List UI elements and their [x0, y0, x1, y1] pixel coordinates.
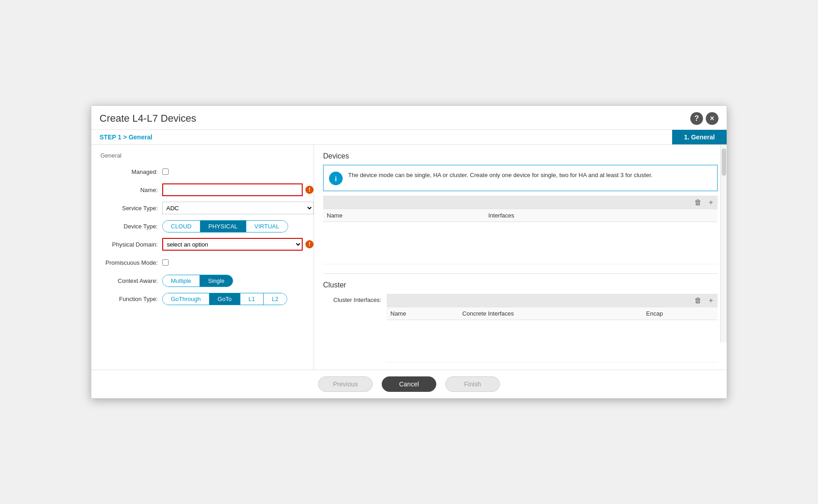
scrollbar-thumb — [722, 148, 726, 176]
context-aware-single[interactable]: Single — [200, 275, 233, 287]
function-type-gothrough[interactable]: GoThrough — [163, 293, 209, 305]
cluster-col-concrete-interfaces: Concrete Interfaces — [459, 307, 642, 320]
name-control: ! — [162, 183, 314, 196]
step-label: STEP 1 > General — [91, 130, 672, 144]
cluster-table-header-row: Name Concrete Interfaces Encap — [387, 307, 718, 320]
devices-empty-row — [323, 222, 718, 264]
devices-col-name: Name — [323, 209, 484, 222]
cluster-section: Cluster Cluster Interfaces: 🗑 + — [323, 273, 718, 362]
cluster-empty-row — [387, 320, 718, 362]
cluster-content: 🗑 + Name Concrete Interfaces Encap — [387, 294, 718, 362]
managed-checkbox[interactable] — [162, 168, 169, 175]
right-panel: Devices i The device mode can be single,… — [314, 145, 727, 370]
devices-delete-button[interactable]: 🗑 — [693, 198, 703, 208]
right-scroll[interactable]: Devices i The device mode can be single,… — [314, 145, 727, 370]
service-type-select[interactable]: ADC — [162, 202, 314, 214]
physical-domain-wrapper: select an option — [162, 238, 303, 251]
service-type-label: Service Type: — [99, 205, 162, 212]
cluster-table-body — [387, 320, 718, 362]
device-type-virtual[interactable]: VIRTUAL — [246, 221, 288, 232]
scrollbar-track[interactable] — [720, 145, 727, 342]
dialog-body: General Managed: Name: ! Service Type: — [91, 145, 727, 370]
cluster-add-button[interactable]: + — [707, 296, 715, 306]
function-type-l2[interactable]: L2 — [264, 293, 286, 305]
physical-domain-error-icon: ! — [305, 240, 314, 248]
name-row: Name: ! — [99, 183, 314, 196]
function-type-l1[interactable]: L1 — [240, 293, 264, 305]
function-type-row: Function Type: GoThrough GoTo L1 L2 — [99, 292, 314, 305]
cluster-col-name: Name — [387, 307, 459, 320]
cluster-interfaces-label: Cluster Interfaces: — [323, 294, 387, 303]
info-icon: i — [329, 172, 343, 185]
dialog-title: Create L4-L7 Devices — [100, 113, 196, 124]
create-l4l7-dialog: Create L4-L7 Devices ? × STEP 1 > Genera… — [91, 105, 727, 399]
cluster-table-head: Name Concrete Interfaces Encap — [387, 307, 718, 320]
devices-info-text: The device mode can be single, HA or clu… — [348, 171, 653, 180]
physical-domain-label: Physical Domain: — [99, 241, 162, 248]
dialog-header: Create L4-L7 Devices ? × — [91, 106, 727, 130]
devices-table-toolbar: 🗑 + — [323, 196, 718, 209]
cluster-col-encap: Encap — [643, 307, 718, 320]
finish-button[interactable]: Finish — [445, 376, 500, 392]
managed-label: Managed: — [99, 168, 162, 175]
devices-section-title: Devices — [323, 152, 718, 160]
close-button[interactable]: × — [706, 112, 718, 125]
context-aware-row: Context Aware: Multiple Single — [99, 274, 314, 287]
left-panel: General Managed: Name: ! Service Type: — [91, 145, 314, 370]
device-type-physical[interactable]: PHYSICAL — [200, 221, 246, 232]
device-type-cloud[interactable]: CLOUD — [163, 221, 200, 232]
managed-row: Managed: — [99, 165, 314, 178]
devices-add-button[interactable]: + — [707, 198, 715, 208]
devices-section: Devices i The device mode can be single,… — [323, 152, 718, 264]
name-input[interactable] — [162, 183, 303, 196]
promiscuous-mode-checkbox[interactable] — [162, 259, 169, 266]
device-type-label: Device Type: — [99, 223, 162, 230]
device-type-row: Device Type: CLOUD PHYSICAL VIRTUAL — [99, 220, 314, 232]
function-type-control: GoThrough GoTo L1 L2 — [162, 293, 314, 305]
cluster-table-toolbar: 🗑 + — [387, 294, 718, 307]
physical-domain-select[interactable]: select an option — [162, 238, 303, 251]
devices-info-box: i The device mode can be single, HA or c… — [323, 165, 718, 191]
function-type-label: Function Type: — [99, 296, 162, 302]
section-title: General — [99, 152, 314, 159]
devices-table: Name Interfaces — [323, 209, 718, 264]
name-label: Name: — [99, 187, 162, 193]
cluster-table: Name Concrete Interfaces Encap — [387, 307, 718, 362]
dialog-footer: Previous Cancel Finish — [91, 370, 727, 398]
context-aware-control: Multiple Single — [162, 275, 314, 287]
devices-table-head: Name Interfaces — [323, 209, 718, 222]
service-type-control: ADC — [162, 202, 314, 214]
function-type-group: GoThrough GoTo L1 L2 — [162, 293, 287, 305]
step-bar: STEP 1 > General 1. General — [91, 130, 727, 145]
physical-domain-control: select an option ! — [162, 238, 314, 251]
managed-control — [162, 168, 314, 175]
context-aware-group: Multiple Single — [162, 275, 233, 287]
device-type-control: CLOUD PHYSICAL VIRTUAL — [162, 220, 314, 232]
promiscuous-mode-row: Promiscuous Mode: — [99, 256, 314, 269]
previous-button[interactable]: Previous — [318, 376, 373, 392]
cluster-row: Cluster Interfaces: 🗑 + Name Conc — [323, 294, 718, 362]
device-type-group: CLOUD PHYSICAL VIRTUAL — [162, 220, 288, 232]
help-button[interactable]: ? — [690, 112, 703, 125]
cluster-title: Cluster — [323, 281, 718, 289]
service-type-row: Service Type: ADC — [99, 202, 314, 214]
cluster-delete-button[interactable]: 🗑 — [693, 296, 703, 306]
cancel-button[interactable]: Cancel — [382, 376, 436, 392]
function-type-goto[interactable]: GoTo — [209, 293, 240, 305]
promiscuous-mode-label: Promiscuous Mode: — [99, 259, 162, 266]
devices-table-body — [323, 222, 718, 264]
name-error-icon: ! — [305, 186, 314, 194]
physical-domain-row: Physical Domain: select an option ! — [99, 238, 314, 251]
promiscuous-mode-control — [162, 259, 314, 266]
devices-table-header-row: Name Interfaces — [323, 209, 718, 222]
context-aware-label: Context Aware: — [99, 277, 162, 284]
step-badge: 1. General — [672, 130, 727, 144]
devices-col-interfaces: Interfaces — [484, 209, 718, 222]
context-aware-multiple[interactable]: Multiple — [163, 275, 200, 287]
header-actions: ? × — [690, 112, 718, 125]
